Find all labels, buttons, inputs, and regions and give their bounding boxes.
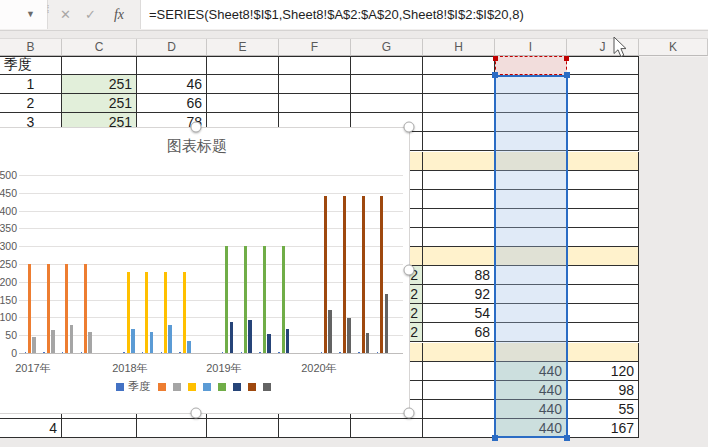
legend-swatch-series9[interactable] bbox=[263, 383, 271, 391]
chart-bar-series1-point6[interactable] bbox=[142, 352, 144, 353]
cell-E3[interactable] bbox=[207, 94, 279, 113]
chart-bar-series1-point13[interactable] bbox=[321, 352, 323, 353]
cell-H15[interactable]: 68 bbox=[423, 323, 495, 342]
chart-bar-series1-point14[interactable] bbox=[339, 352, 341, 353]
series-range-handle-red[interactable] bbox=[564, 56, 569, 61]
legend-swatch-series1[interactable] bbox=[116, 383, 124, 391]
chart-title[interactable]: 图表标题 bbox=[97, 137, 297, 156]
cell-J11[interactable] bbox=[567, 247, 639, 266]
chart-bar-series5-point5[interactable] bbox=[131, 329, 135, 353]
cell-H9[interactable] bbox=[423, 209, 495, 228]
chart-bar-series1-point4[interactable] bbox=[81, 352, 83, 353]
cell-J19[interactable]: 55 bbox=[567, 400, 639, 419]
chart-bar-series4-point6[interactable] bbox=[145, 272, 148, 353]
series-range-handle-blue[interactable] bbox=[492, 72, 498, 78]
chart-bar-series4-point8[interactable] bbox=[183, 272, 186, 353]
cell-H6[interactable] bbox=[423, 152, 495, 171]
cell-J4[interactable] bbox=[567, 113, 639, 132]
name-box-dropdown-icon[interactable]: ▼ bbox=[26, 9, 35, 19]
cell-H12[interactable]: 88 bbox=[423, 266, 495, 285]
cell-J9[interactable] bbox=[567, 209, 639, 228]
chart-bar-series8-point16[interactable] bbox=[380, 196, 383, 353]
series-values-range-highlight[interactable] bbox=[494, 75, 568, 438]
chart-bar-series3-point2[interactable] bbox=[51, 330, 55, 353]
column-header-G[interactable]: G bbox=[351, 39, 423, 56]
cell-B1[interactable]: 季度 bbox=[0, 56, 62, 75]
chart-bar-series9-point13[interactable] bbox=[328, 310, 332, 353]
chart-bar-series7-point11[interactable] bbox=[267, 334, 271, 353]
cell-J14[interactable] bbox=[567, 304, 639, 323]
chart-bar-series8-point13[interactable] bbox=[324, 196, 327, 353]
chart-bar-series6-point12[interactable] bbox=[282, 246, 285, 353]
chart-bar-series1-point7[interactable] bbox=[161, 352, 163, 353]
cell-J7[interactable] bbox=[567, 171, 639, 190]
chart-resize-handle[interactable] bbox=[404, 408, 415, 419]
chart-bar-series1-point11[interactable] bbox=[259, 352, 261, 353]
cell-H10[interactable] bbox=[423, 228, 495, 247]
chart-bar-series2-point2[interactable] bbox=[47, 264, 50, 353]
cell-C20[interactable] bbox=[62, 419, 137, 438]
chart-bar-series1-point8[interactable] bbox=[179, 352, 181, 353]
cell-F2[interactable] bbox=[279, 75, 351, 94]
cell-H18[interactable] bbox=[423, 381, 495, 400]
series-range-handle-blue[interactable] bbox=[564, 72, 570, 78]
cell-H13[interactable]: 92 bbox=[423, 285, 495, 304]
cell-J12[interactable] bbox=[567, 266, 639, 285]
chart-bar-series6-point9[interactable] bbox=[225, 246, 228, 353]
column-header-B[interactable]: B bbox=[0, 39, 62, 56]
cell-H4[interactable] bbox=[423, 113, 495, 132]
chart-bar-series7-point9[interactable] bbox=[230, 322, 234, 353]
chart-bar-series5-point8[interactable] bbox=[187, 341, 191, 353]
legend-swatch-series5[interactable] bbox=[203, 383, 211, 391]
enter-button[interactable]: ✓ bbox=[78, 0, 103, 29]
column-header-I[interactable]: I bbox=[495, 39, 567, 56]
cell-B2[interactable]: 1 bbox=[0, 75, 62, 94]
chart-bar-series2-point4[interactable] bbox=[84, 264, 87, 353]
chart-bar-series4-point5[interactable] bbox=[127, 272, 130, 353]
chart-bar-series9-point14[interactable] bbox=[347, 318, 351, 353]
chart-bar-series3-point1[interactable] bbox=[32, 337, 36, 353]
chart-bar-series8-point15[interactable] bbox=[362, 196, 365, 353]
series-range-handle-blue[interactable] bbox=[492, 435, 498, 441]
cell-H2[interactable] bbox=[423, 75, 495, 94]
cell-J16[interactable] bbox=[567, 343, 639, 362]
cell-J18[interactable]: 98 bbox=[567, 381, 639, 400]
cell-J6[interactable] bbox=[567, 152, 639, 171]
legend-swatch-series6[interactable] bbox=[218, 383, 226, 391]
cell-H17[interactable] bbox=[423, 362, 495, 381]
name-box[interactable]: ▼ bbox=[0, 0, 48, 29]
cell-H11[interactable] bbox=[423, 247, 495, 266]
cell-C1[interactable] bbox=[62, 56, 137, 75]
cell-F1[interactable] bbox=[279, 56, 351, 75]
cell-J2[interactable] bbox=[567, 75, 639, 94]
chart-bar-series7-point12[interactable] bbox=[286, 329, 290, 353]
cell-G2[interactable] bbox=[351, 75, 423, 94]
cell-G3[interactable] bbox=[351, 94, 423, 113]
chart-bar-series1-point1[interactable] bbox=[25, 352, 27, 353]
cell-H7[interactable] bbox=[423, 171, 495, 190]
chart-bar-series6-point11[interactable] bbox=[263, 246, 266, 353]
legend-swatch-series8[interactable] bbox=[248, 383, 256, 391]
cell-H16[interactable] bbox=[423, 343, 495, 362]
column-header-K[interactable]: K bbox=[639, 39, 708, 56]
cell-B20[interactable]: 4 bbox=[0, 419, 62, 438]
chart-bar-series1-point10[interactable] bbox=[241, 352, 243, 353]
cell-J8[interactable] bbox=[567, 190, 639, 209]
cell-E1[interactable] bbox=[207, 56, 279, 75]
chart-bar-series3-point3[interactable] bbox=[70, 325, 74, 353]
chart-bar-series1-point9[interactable] bbox=[222, 352, 224, 353]
cell-B3[interactable]: 2 bbox=[0, 94, 62, 113]
cell-H20[interactable] bbox=[423, 419, 495, 438]
chart-bar-series5-point6[interactable] bbox=[150, 332, 154, 353]
cell-J15[interactable] bbox=[567, 323, 639, 342]
cell-D3[interactable]: 66 bbox=[137, 94, 207, 113]
chart-bar-series9-point15[interactable] bbox=[366, 333, 370, 353]
cell-J20[interactable]: 167 bbox=[567, 419, 639, 438]
series-range-handle-blue[interactable] bbox=[564, 435, 570, 441]
chart-bar-series2-point1[interactable] bbox=[28, 264, 31, 353]
chart-bar-series9-point16[interactable] bbox=[385, 294, 389, 353]
column-header-C[interactable]: C bbox=[62, 39, 137, 56]
column-header-E[interactable]: E bbox=[207, 39, 279, 56]
column-header-F[interactable]: F bbox=[279, 39, 351, 56]
chart-resize-handle[interactable] bbox=[191, 122, 202, 133]
